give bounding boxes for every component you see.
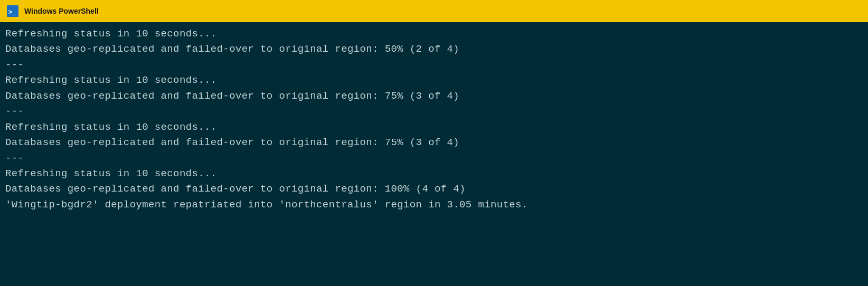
terminal-line: Databases geo-replicated and failed-over… [5, 135, 863, 150]
terminal-line: Refreshing status in 10 seconds... [5, 120, 863, 135]
powershell-window: >_ Windows PowerShell Refreshing status … [0, 0, 868, 286]
terminal-line: --- [5, 151, 863, 166]
terminal-line: --- [5, 104, 863, 119]
terminal-line: Databases geo-replicated and failed-over… [5, 42, 863, 57]
powershell-icon: >_ [6, 5, 19, 17]
title-bar: >_ Windows PowerShell [0, 0, 868, 22]
terminal-line: 'Wingtip-bgdr2' deployment repatriated i… [5, 197, 863, 213]
terminal-line: Databases geo-replicated and failed-over… [5, 89, 863, 104]
terminal-body[interactable]: Refreshing status in 10 seconds...Databa… [0, 22, 868, 286]
terminal-line: Refreshing status in 10 seconds... [5, 26, 863, 42]
title-bar-label: Windows PowerShell [24, 7, 99, 15]
terminal-line: Refreshing status in 10 seconds... [5, 166, 863, 182]
svg-text:>_: >_ [8, 8, 16, 16]
terminal-line: Databases geo-replicated and failed-over… [5, 182, 863, 197]
terminal-line: --- [5, 58, 863, 73]
terminal-line: Refreshing status in 10 seconds... [5, 73, 863, 88]
